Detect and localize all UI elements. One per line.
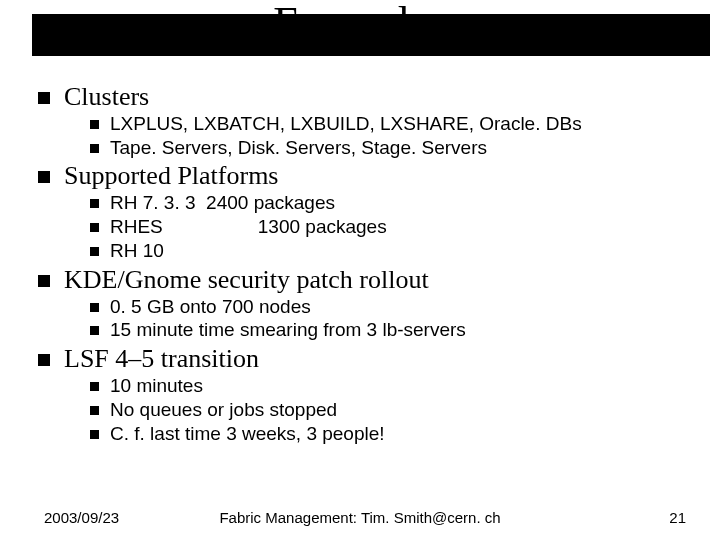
square-bullet-icon: [90, 382, 99, 391]
square-bullet-icon: [90, 144, 99, 153]
square-bullet-icon: [38, 171, 50, 183]
item-text: 0. 5 GB onto 700 nodes: [110, 296, 311, 319]
section-heading: LSF 4–5 transition: [38, 344, 690, 374]
list-item: RHES 1300 packages: [90, 216, 690, 239]
section-heading: KDE/Gnome security patch rollout: [38, 265, 690, 295]
list-item: 10 minutes: [90, 375, 690, 398]
heading-text: KDE/Gnome security patch rollout: [64, 265, 429, 295]
list-item: No queues or jobs stopped: [90, 399, 690, 422]
square-bullet-icon: [38, 275, 50, 287]
heading-text: LSF 4–5 transition: [64, 344, 259, 374]
item-text: RHES 1300 packages: [110, 216, 387, 239]
list-item: 0. 5 GB onto 700 nodes: [90, 296, 690, 319]
section-heading: Supported Platforms: [38, 161, 690, 191]
square-bullet-icon: [90, 199, 99, 208]
item-text: C. f. last time 3 weeks, 3 people!: [110, 423, 385, 446]
square-bullet-icon: [90, 247, 99, 256]
item-text: No queues or jobs stopped: [110, 399, 337, 422]
item-text: RH 7. 3. 3 2400 packages: [110, 192, 335, 215]
slide: Examples Clusters LXPLUS, LXBATCH, LXBUI…: [0, 0, 720, 540]
square-bullet-icon: [90, 120, 99, 129]
item-text: Tape. Servers, Disk. Servers, Stage. Ser…: [110, 137, 487, 160]
item-text: RH 10: [110, 240, 164, 263]
footer: 2003/09/23 Fabric Management: Tim. Smith…: [0, 506, 720, 526]
slide-title: Examples: [0, 0, 720, 46]
title-bar: Examples: [0, 0, 720, 68]
list-item: RH 10: [90, 240, 690, 263]
list-item: Tape. Servers, Disk. Servers, Stage. Ser…: [90, 137, 690, 160]
item-text: 10 minutes: [110, 375, 203, 398]
list-item: LXPLUS, LXBATCH, LXBUILD, LXSHARE, Oracl…: [90, 113, 690, 136]
square-bullet-icon: [90, 430, 99, 439]
item-text: LXPLUS, LXBATCH, LXBUILD, LXSHARE, Oracl…: [110, 113, 582, 136]
square-bullet-icon: [90, 326, 99, 335]
item-text: 15 minute time smearing from 3 lb-server…: [110, 319, 466, 342]
footer-page-number: 21: [669, 509, 686, 526]
square-bullet-icon: [90, 223, 99, 232]
list-item: RH 7. 3. 3 2400 packages: [90, 192, 690, 215]
heading-text: Supported Platforms: [64, 161, 279, 191]
square-bullet-icon: [38, 354, 50, 366]
section-heading: Clusters: [38, 82, 690, 112]
square-bullet-icon: [38, 92, 50, 104]
content-area: Clusters LXPLUS, LXBATCH, LXBUILD, LXSHA…: [38, 80, 690, 446]
heading-text: Clusters: [64, 82, 149, 112]
square-bullet-icon: [90, 406, 99, 415]
list-item: C. f. last time 3 weeks, 3 people!: [90, 423, 690, 446]
footer-center: Fabric Management: Tim. Smith@cern. ch: [0, 509, 720, 526]
list-item: 15 minute time smearing from 3 lb-server…: [90, 319, 690, 342]
square-bullet-icon: [90, 303, 99, 312]
